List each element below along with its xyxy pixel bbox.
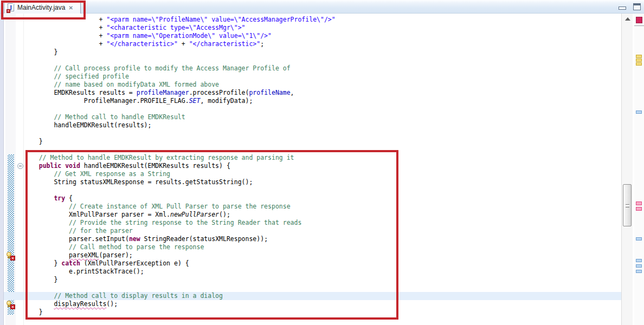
scroll-up-icon[interactable] [625,17,630,21]
code-token: + [24,24,106,31]
eclipse-editor-window: J × MainActivity.java ✕ + "<parm name=\"… [0,0,644,325]
code-line[interactable]: + "<parm name=\"ProfileName\" value=\"Ac… [24,16,620,24]
code-token: "<characteristic type=\"AccessMgr\">" [106,24,245,31]
editor-left-strip [0,14,4,325]
code-block-highlight-box [25,150,398,320]
code-token: // Call process profile to modify the Ac… [24,64,291,72]
code-line[interactable]: + "<characteristic type=\"AccessMgr\">" [24,24,620,32]
code-token: } [24,48,57,56]
overview-ruler [634,14,644,325]
code-token: "</characteristic>" [106,40,178,48]
code-token: ; [260,40,264,48]
tab-highlight-box [1,1,86,20]
code-token: "<parm name=\"OperationMode\" value=\"1\… [106,32,272,40]
info-ruler-marker[interactable] [636,110,642,114]
code-token: "</characteristic>" [189,40,261,48]
occurrence-ruler-marker[interactable] [636,55,642,58]
editor-tab-bar: J × MainActivity.java ✕ [0,0,644,14]
code-line[interactable]: EMDKResults results = profileManager.pro… [24,89,620,97]
code-line[interactable]: // specified profile [24,73,620,81]
code-line[interactable] [24,56,620,64]
scrollbar-thumb[interactable] [623,184,632,226]
code-token: , [291,89,294,96]
vertical-scrollbar[interactable] [621,14,633,325]
view-controls [619,3,641,10]
error-lightbulb-icon[interactable]: × [6,252,15,261]
code-line[interactable]: ProfileManager.PROFILE_FLAG.SET, modifyD… [24,97,620,105]
minimize-icon[interactable] [619,6,626,10]
code-token: + [24,40,106,48]
code-line[interactable]: // name based on modifyData XML formed a… [24,81,620,89]
error-lightbulb-icon[interactable]: × [6,301,15,309]
code-line[interactable] [24,105,620,113]
info-ruler-marker[interactable] [636,270,642,273]
code-token: profileName [249,89,290,96]
error-x-glyph: × [10,256,15,261]
code-token: // specified profile [24,73,129,80]
maximize-icon[interactable] [633,3,641,10]
code-token: handleEMDKResult(results); [24,121,151,129]
code-token: .processProfile( [189,89,249,96]
code-token: "<parm name=\"ProfileName\" value=\"Acce… [106,16,335,23]
code-line[interactable]: } [24,138,620,146]
quick-diff-change-bar [8,154,14,315]
code-line[interactable]: } [24,48,620,56]
fold-collapse-icon[interactable] [17,163,23,169]
overview-ruler-separator [634,25,644,26]
code-token: , modifyData); [200,97,253,105]
code-line[interactable]: + "<parm name=\"OperationMode\" value=\"… [24,32,620,40]
code-token: + [178,40,189,48]
code-token: ProfileManager.PROFILE_FLAG. [24,97,189,105]
code-token: + [24,32,106,40]
code-token: SET [189,97,201,105]
code-token: // name based on modifyData XML formed a… [24,81,219,88]
code-line[interactable]: + "</characteristic>" + "</characteristi… [24,40,620,48]
error-overview-ruler-marker[interactable] [636,17,642,23]
code-token: // Method call to handle EMDKResult [24,113,185,121]
code-line[interactable]: // Call process profile to modify the Ac… [24,64,620,73]
info-ruler-marker[interactable] [636,264,642,268]
code-line[interactable] [24,129,620,138]
info-ruler-marker[interactable] [636,237,642,240]
error-x-glyph: × [10,304,15,309]
code-token: profileManager [137,89,189,96]
occurrence-ruler-marker[interactable] [636,62,642,66]
code-line[interactable]: // Method call to handle EMDKResult [24,113,620,121]
error-ruler-marker[interactable] [636,207,642,211]
code-line[interactable]: handleEMDKResult(results); [24,121,620,129]
error-ruler-marker[interactable] [636,202,642,205]
info-ruler-marker[interactable] [636,259,642,262]
code-token: } [24,138,43,145]
occurrence-ruler-marker[interactable] [636,58,642,62]
code-token: EMDKResults results = [24,89,137,96]
scrollbar-grip [626,204,629,207]
